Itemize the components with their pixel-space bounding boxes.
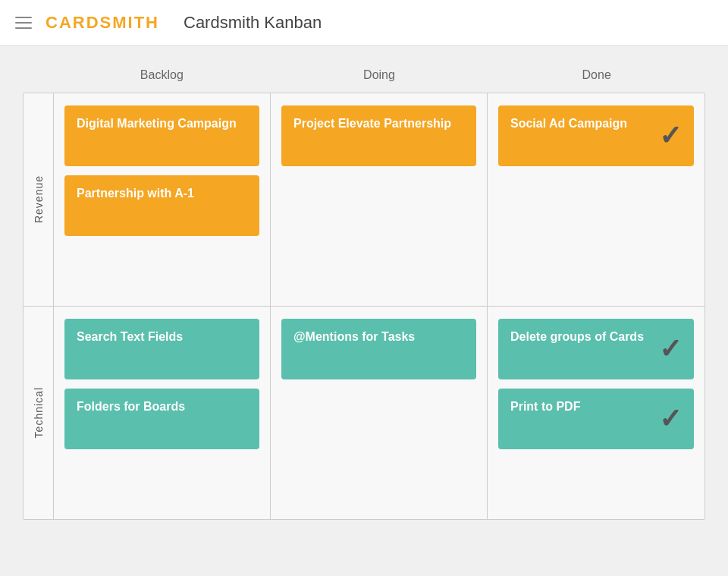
app-header: CARDSMITH Cardsmith Kanban [0, 0, 728, 46]
checkmark-icon: ✓ [659, 405, 682, 433]
cell-technical-backlog: Search Text Fields Folders for Boards [54, 307, 271, 519]
row-label-revenue: Revenue [33, 175, 45, 223]
card-text: Partnership with A-1 [77, 186, 247, 202]
kanban-board: Backlog Doing Done Revenue Digital Marke… [23, 61, 705, 520]
board-row-technical: Technical Search Text Fields Folders for… [24, 307, 704, 519]
card-text: Search Text Fields [77, 329, 247, 345]
cell-revenue-done: Social Ad Campaign ✓ [488, 93, 704, 306]
app-logo: CARDSMITH [46, 13, 159, 33]
card-text: Delete groups of Cards [510, 329, 653, 345]
card-project-elevate[interactable]: Project Elevate Partnership [281, 105, 476, 166]
row-label-cell-technical: Technical [24, 307, 54, 519]
logo-text: CARDSMITH [46, 13, 159, 33]
cell-revenue-doing: Project Elevate Partnership [271, 93, 488, 306]
cell-technical-doing: @Mentions for Tasks [271, 307, 488, 519]
card-partnership-a1[interactable]: Partnership with A-1 [64, 175, 259, 236]
page-title: Cardsmith Kanban [184, 13, 322, 33]
checkmark-icon: ✓ [659, 122, 682, 150]
hamburger-icon [15, 22, 32, 24]
card-text: Folders for Boards [77, 399, 247, 415]
card-text: Social Ad Campaign [510, 116, 653, 132]
board-container: Revenue Digital Marketing Campaign Partn… [23, 93, 705, 520]
row-label-cell-revenue: Revenue [24, 93, 54, 306]
card-print-to-pdf[interactable]: Print to PDF ✓ [498, 389, 694, 449]
column-header-done: Done [488, 61, 705, 93]
hamburger-icon [15, 27, 32, 29]
checkmark-icon: ✓ [659, 335, 682, 363]
menu-button[interactable] [12, 11, 36, 35]
cell-technical-done: Delete groups of Cards ✓ Print to PDF ✓ [488, 307, 704, 519]
card-text: Project Elevate Partnership [293, 116, 464, 132]
cell-revenue-backlog: Digital Marketing Campaign Partnership w… [54, 93, 271, 306]
board-row-revenue: Revenue Digital Marketing Campaign Partn… [24, 93, 704, 307]
card-text: Digital Marketing Campaign [77, 116, 247, 132]
column-header-backlog: Backlog [53, 61, 271, 93]
card-mentions-for-tasks[interactable]: @Mentions for Tasks [281, 319, 476, 379]
column-headers: Backlog Doing Done [23, 61, 705, 93]
card-social-ad[interactable]: Social Ad Campaign ✓ [498, 105, 694, 166]
card-text: Print to PDF [510, 399, 653, 415]
card-text: @Mentions for Tasks [293, 329, 464, 345]
card-digital-marketing[interactable]: Digital Marketing Campaign [64, 105, 259, 166]
main-content: Backlog Doing Done Revenue Digital Marke… [0, 46, 728, 535]
hamburger-icon [15, 17, 32, 18]
card-delete-groups[interactable]: Delete groups of Cards ✓ [498, 319, 694, 379]
column-header-doing: Doing [271, 61, 488, 93]
card-search-text-fields[interactable]: Search Text Fields [64, 319, 259, 379]
row-label-technical: Technical [33, 387, 45, 438]
card-folders-for-boards[interactable]: Folders for Boards [64, 389, 259, 449]
